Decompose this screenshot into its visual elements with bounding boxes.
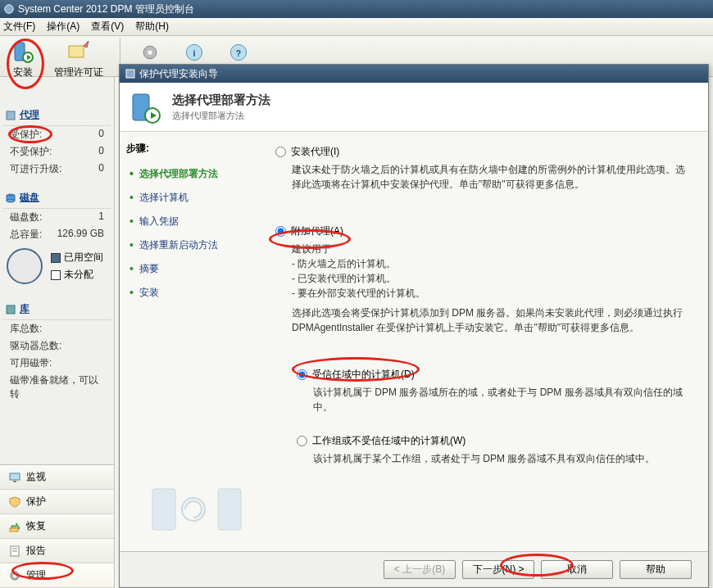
wizard-main: 安装代理(I) 建议未处于防火墙之后的计算机或具有在防火墙中创建的所需例外的计算… [259,132,708,551]
legend-used: 已用空间 [46,249,108,266]
options-button[interactable] [132,38,168,67]
steps-label: 步骤: [126,142,252,156]
recover-icon [8,520,21,533]
nav-recover[interactable]: 恢复 [0,514,114,539]
report-icon [8,545,21,558]
opt-attach-desc: 建议用于 - 防火墙之后的计算机。 - 已安装代理的计算机。 - 要在外部安装代… [292,242,692,301]
server-install-icon [10,39,36,66]
svg-text:i: i [193,48,196,58]
sidebar-agent-header[interactable]: 代理 [3,105,111,126]
sidebar-disk-header[interactable]: 磁盘 [3,188,111,209]
install-button[interactable]: 安装 [5,38,41,81]
svg-rect-24 [126,70,134,78]
sub-trusted-radio[interactable]: 受信任域中的计算机(D) [297,368,692,382]
library-icon [5,304,16,315]
wizard-title-text: 保护代理安装向导 [139,67,218,81]
nav-manage[interactable]: 管理 [0,563,114,588]
wizard-body: 步骤: 选择代理部署方法 选择计算机 输入凭据 选择重新启动方法 摘要 安装 安… [120,132,708,551]
nav-monitor-label: 监视 [26,470,46,484]
wizard-illustration [144,473,251,538]
nav-protect-label: 保护 [26,495,46,509]
step-2[interactable]: 输入凭据 [126,210,252,233]
stat-drive-total: 驱动器总数: [3,337,111,355]
stat-lib-total: 库总数: [3,320,111,337]
wizard-icon [125,68,136,79]
shield-icon [8,495,21,509]
license-button[interactable]: 管理许可证 [49,38,108,81]
nav-protect[interactable]: 保护 [0,490,114,514]
svg-rect-17 [13,481,16,482]
menu-action[interactable]: 操作(A) [47,20,79,34]
opt-attach-note: 选择此选项会将受保护计算机添加到 DPM 服务器。如果尚未安装此代理，则必须通过… [292,305,692,335]
opt-attach-radio[interactable]: 附加代理(A) [275,224,692,238]
window-titlebar: System Center 2012 DPM 管理员控制台 [0,0,713,18]
cancel-button[interactable]: 取消 [541,560,613,579]
lib-header-label: 库 [20,302,30,316]
svg-point-6 [148,50,152,54]
back-button[interactable]: < 上一步(B) [384,560,456,579]
stat-total-cap: 总容量:126.99 GB [3,226,111,243]
svg-rect-29 [218,489,241,530]
help-button[interactable]: 帮助 [620,560,692,579]
help-icon: ? [225,39,252,66]
menu-bar: 文件(F) 操作(A) 查看(V) 帮助(H) [0,18,713,36]
svg-rect-28 [152,489,175,530]
svg-text:?: ? [236,48,241,58]
sub-trusted-input[interactable] [297,369,307,380]
nav-report-label: 报告 [26,544,46,558]
nav-report[interactable]: 报告 [0,539,114,563]
sidebar-lib-header[interactable]: 库 [3,299,111,320]
opt-install-radio[interactable]: 安装代理(I) [275,145,692,159]
opt-install-group: 安装代理(I) 建议未处于防火墙之后的计算机或具有在防火墙中创建的所需例外的计算… [275,145,692,192]
nav-monitor[interactable]: 监视 [0,465,114,490]
opt-install-desc: 建议未处于防火墙之后的计算机或具有在防火墙中创建的所需例外的计算机使用此选项。选… [292,162,692,192]
wizard-titlebar: 保护代理安装向导 [120,65,708,83]
sub-workgroup-radio[interactable]: 工作组或不受信任域中的计算机(W) [297,434,692,448]
step-1[interactable]: 选择计算机 [126,186,252,210]
next-button[interactable]: 下一步(N) > [462,560,534,579]
sidebar: 代理 受保护:0 不受保护:0 可进行升级:0 磁盘 磁盘数:1 总容量:126… [0,77,115,588]
menu-view[interactable]: 查看(V) [91,20,124,34]
disk-icon [5,192,16,204]
gear-icon [8,569,21,582]
wizard-steps: 步骤: 选择代理部署方法 选择计算机 输入凭据 选择重新启动方法 摘要 安装 [120,132,259,551]
deploy-icon [128,89,164,125]
stat-upgradeable: 可进行升级:0 [3,161,111,178]
nav-list: 监视 保护 恢复 报告 管理 [0,464,114,588]
info-icon: i [181,39,207,66]
info-button[interactable]: i [176,38,212,67]
wizard-header: 选择代理部署方法 选择代理部署方法 [120,83,708,132]
sub-trusted-group: 受信任域中的计算机(D) 该计算机属于 DPM 服务器域所在的域，或者处于与 D… [297,368,692,414]
step-4[interactable]: 摘要 [126,257,252,281]
stat-disk-count: 磁盘数:1 [3,209,111,226]
step-0[interactable]: 选择代理部署方法 [126,162,252,186]
menu-help[interactable]: 帮助(H) [135,20,169,34]
wizard-dialog: 保护代理安装向导 选择代理部署方法 选择代理部署方法 步骤: 选择代理部署方法 … [119,64,709,588]
stat-tape-avail: 可用磁带: [3,355,111,372]
opt-attach-group: 附加代理(A) 建议用于 - 防火墙之后的计算机。 - 已安装代理的计算机。 -… [275,224,692,466]
sub-workgroup-input[interactable] [297,436,307,446]
opt-attach-input[interactable] [275,226,286,237]
wizard-buttons: < 上一步(B) 下一步(N) > 取消 帮助 [120,551,708,587]
agent-icon [5,110,16,121]
monitor-icon [8,471,21,484]
menu-file[interactable]: 文件(F) [3,20,35,34]
license-icon [66,39,92,66]
step-5[interactable]: 安装 [126,281,252,305]
svg-rect-15 [7,305,15,314]
stat-tape-ready: 磁带准备就绪，可以转 [3,372,111,403]
step-3[interactable]: 选择重新启动方法 [126,233,252,257]
nav-recover-label: 恢复 [26,519,46,533]
wizard-header-sub: 选择代理部署方法 [172,110,270,122]
legend-unalloc: 未分配 [46,266,108,283]
svg-rect-11 [7,111,15,120]
disk-pie-chart [7,248,43,284]
help-button[interactable]: ? [220,38,257,67]
opt-install-input[interactable] [275,147,286,157]
stat-protected: 受保护:0 [3,126,111,143]
opt-attach-label: 附加代理(A) [291,224,343,238]
svg-rect-4 [69,46,84,57]
app-icon [3,3,15,15]
agent-header-label: 代理 [20,108,39,122]
sub-trusted-desc: 该计算机属于 DPM 服务器域所在的域，或者处于与 DPM 服务器域具有双向信任… [313,385,692,414]
